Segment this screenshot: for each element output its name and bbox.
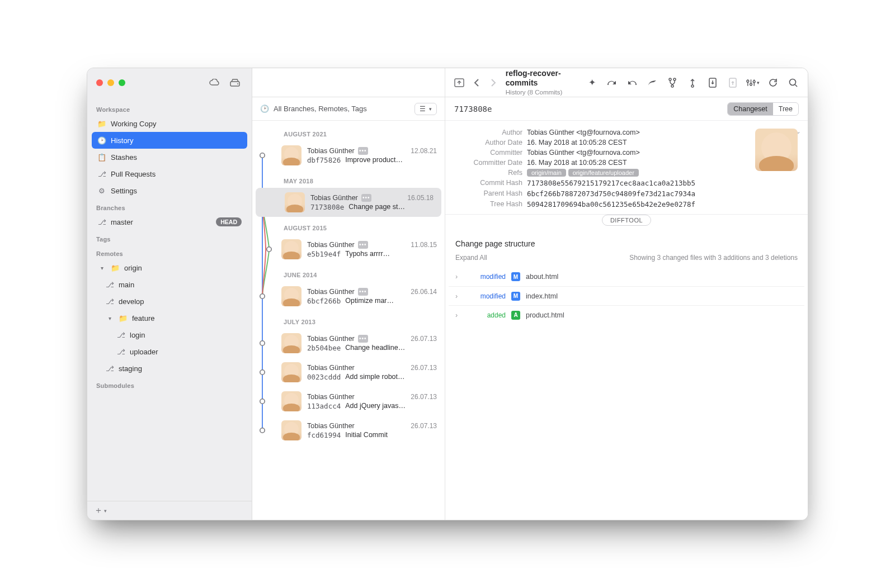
sidebar-item-history[interactable]: 🕑History: [92, 132, 247, 149]
commit-author: Tobias Günther: [307, 335, 355, 343]
commit-text: Tobias Günther26.07.13fcd61994Initial Co…: [307, 422, 437, 439]
difftool-button[interactable]: DIFFTOOL: [602, 215, 651, 226]
sidebar-item-working-copy[interactable]: 📁Working Copy: [92, 115, 247, 132]
svg-point-1: [237, 83, 238, 84]
graph-gutter: [258, 358, 276, 387]
ref-pill[interactable]: origin/main: [527, 169, 566, 177]
changed-files-list: ›modifiedMabout.html›modifiedMindex.html…: [445, 267, 808, 324]
filter-label[interactable]: All Branches, Remotes, Tags: [274, 105, 367, 113]
gear-icon: ⚙: [97, 187, 106, 195]
meta-value-tree-hash: 5094281709694ba00c561235e65b42e2e9e0278f: [527, 200, 746, 208]
clock-icon: 🕑: [97, 136, 106, 145]
zoom-window-button[interactable]: [119, 79, 125, 86]
file-row[interactable]: ›modifiedMindex.html: [449, 286, 804, 305]
quick-open-button[interactable]: [453, 75, 466, 91]
meta-key: Refs: [455, 169, 522, 177]
seg-changeset[interactable]: Changeset: [728, 103, 772, 115]
meta-key: Commit Hash: [455, 179, 522, 187]
graph-gutter: [258, 235, 276, 264]
branch-icon: ⎇: [116, 348, 125, 356]
file-row[interactable]: ›modifiedMabout.html: [449, 267, 804, 286]
sidebar-item-label: origin: [124, 264, 142, 272]
svg-point-11: [669, 78, 671, 80]
commit-hash: 0023cddd: [307, 373, 341, 381]
nav-forward-button[interactable]: [487, 75, 500, 91]
commit-row[interactable]: Tobias Günther•••12.08.21dbf75826Improve…: [252, 141, 445, 170]
commit-message: Optimize mar…: [345, 297, 394, 305]
sidebar-item-label: develop: [119, 297, 144, 306]
stash-apply-icon[interactable]: [726, 76, 739, 89]
meta-key: Parent Hash: [455, 189, 522, 198]
meta-value-author-date: 16. May 2018 at 10:05:28 CEST: [527, 139, 746, 146]
sidebar-item-pull-requests[interactable]: ⎇Pull Requests: [92, 165, 247, 182]
view-segmented-control: Changeset Tree: [727, 102, 799, 116]
commit-row[interactable]: Tobias Günther•••11.08.15e5b19e4fTypohs …: [252, 235, 445, 264]
refs-indicator-icon: •••: [358, 241, 368, 249]
sidebar: Workspace 📁Working Copy 🕑History 📋Stashe…: [87, 68, 252, 520]
sidebar-item-remote-feature[interactable]: ▾📁feature: [92, 310, 247, 326]
sidebar-item-remote-feature-uploader[interactable]: ⎇uploader: [92, 343, 247, 360]
commit-row[interactable]: Tobias Günther•••16.05.187173808eChange …: [256, 188, 441, 217]
commit-row[interactable]: Tobias Günther26.07.13fcd61994Initial Co…: [252, 416, 445, 445]
folder-icon: 📁: [111, 264, 120, 272]
commit-row[interactable]: Tobias Günther•••26.06.146bcf266bOptimiz…: [252, 282, 445, 311]
history-list[interactable]: AUGUST 2021Tobias Günther•••12.08.21dbf7…: [252, 121, 445, 520]
pull-request-icon: ⎇: [97, 170, 106, 178]
commit-text: Tobias Günther•••11.08.15e5b19e4fTypohs …: [307, 241, 437, 258]
close-window-button[interactable]: [96, 79, 103, 86]
branch-icon: ⎇: [105, 297, 114, 306]
repo-title-area: reflog-recover-commits History (8 Commit…: [506, 69, 576, 96]
commit-row[interactable]: Tobias Günther26.07.130023cdddAdd simple…: [252, 358, 445, 387]
branch-icon: ⎇: [97, 218, 106, 226]
fetch-icon[interactable]: [605, 76, 619, 89]
sidebar-item-remote-feature-login[interactable]: ⎇login: [92, 326, 247, 343]
cloud-icon[interactable]: [207, 76, 223, 89]
detail-panel: reflog-recover-commits History (8 Commit…: [445, 68, 808, 520]
file-row[interactable]: ›addedAproduct.html: [449, 305, 804, 324]
nav-back-button[interactable]: [470, 75, 483, 91]
commit-date: 26.07.13: [411, 364, 437, 372]
quick-actions-icon[interactable]: ✦: [585, 76, 599, 89]
commit-author: Tobias Günther: [307, 147, 355, 155]
search-icon[interactable]: [786, 76, 800, 89]
ref-pill[interactable]: origin/feature/uploader: [568, 169, 639, 177]
add-button[interactable]: ＋: [94, 505, 103, 516]
meta-key: Committer: [455, 149, 522, 157]
history-group-header: JUNE 2014: [252, 264, 445, 282]
sidebar-item-branch-master[interactable]: ⎇masterHEAD: [92, 214, 247, 230]
rebase-icon[interactable]: [686, 76, 699, 89]
commit-row[interactable]: Tobias Günther•••26.07.132b504beeChange …: [252, 329, 445, 358]
sidebar-item-remote-origin[interactable]: ▾📁origin: [92, 259, 247, 276]
commit-hash: fcd61994: [307, 431, 341, 439]
push-icon[interactable]: [646, 76, 659, 89]
file-name: index.html: [526, 292, 558, 300]
settings-sliders-icon[interactable]: ▾: [746, 76, 760, 89]
commit-metadata: ⌄ AuthorTobias Günther <tg@fournova.com>…: [445, 121, 808, 215]
footer-menu-chevron-icon[interactable]: ▾: [104, 508, 107, 514]
minimize-window-button[interactable]: [107, 79, 114, 86]
refresh-icon[interactable]: [766, 76, 780, 89]
merge-icon[interactable]: [666, 76, 679, 89]
commit-row[interactable]: Tobias Günther26.07.13113adcc4Add jQuery…: [252, 387, 445, 416]
seg-tree[interactable]: Tree: [773, 103, 798, 115]
disk-icon[interactable]: [227, 76, 243, 89]
pull-icon[interactable]: [625, 76, 639, 89]
commit-message: Initial Commit: [345, 431, 388, 439]
commit-message: Typohs arrrr…: [345, 250, 390, 258]
clipboard-icon: 📋: [97, 153, 106, 162]
meta-key: Committer Date: [455, 159, 522, 167]
sidebar-item-remote-staging[interactable]: ⎇staging: [92, 360, 247, 377]
commit-hash: 2b504bee: [307, 344, 341, 352]
sidebar-item-settings[interactable]: ⚙Settings: [92, 182, 247, 199]
view-options-button[interactable]: ☰▾: [414, 103, 437, 115]
stash-save-icon[interactable]: [706, 76, 719, 89]
sidebar-item-label: Pull Requests: [111, 170, 156, 178]
expand-all-button[interactable]: Expand All: [455, 254, 487, 262]
chevron-down-icon: ▾: [429, 106, 432, 112]
graph-gutter: [258, 329, 276, 358]
sidebar-item-remote-develop[interactable]: ⎇develop: [92, 293, 247, 310]
sidebar-item-stashes[interactable]: 📋Stashes: [92, 149, 247, 165]
history-group-header: AUGUST 2015: [252, 217, 445, 235]
sidebar-item-remote-main[interactable]: ⎇main: [92, 276, 247, 293]
detail-subheader: 7173808e Changeset Tree: [445, 97, 808, 121]
